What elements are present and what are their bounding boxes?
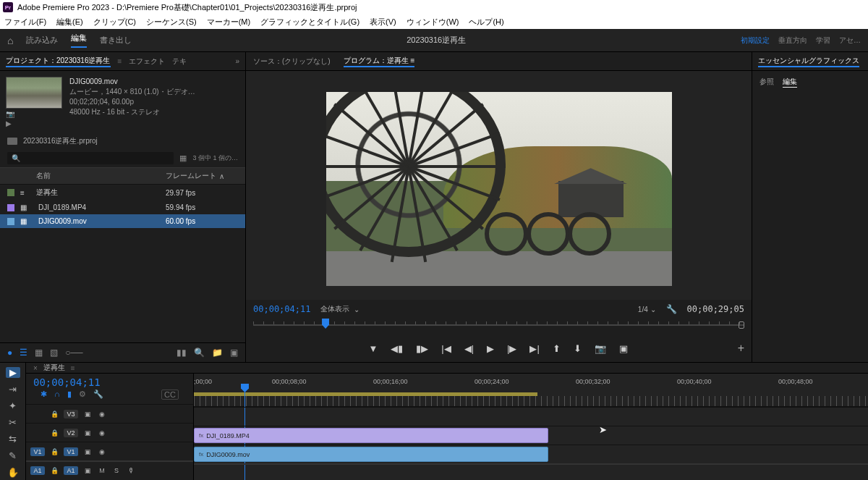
track-lane-v2[interactable]: fx DJI_0189.MP4 xyxy=(194,426,868,445)
source-patch[interactable]: V1 xyxy=(30,447,45,456)
workspace-assembly[interactable]: アセ… xyxy=(839,35,861,46)
new-bin-icon[interactable]: 📁 xyxy=(212,348,223,358)
menu-sequence[interactable]: シーケンス(S) xyxy=(146,17,197,28)
toggle-sync-icon[interactable]: ◉ xyxy=(97,429,107,437)
list-view-icon[interactable]: ☰ xyxy=(20,348,27,358)
zoom-dropdown[interactable]: 全体表示 ⌄ xyxy=(320,304,359,314)
search-input[interactable] xyxy=(7,152,174,164)
settings-icon[interactable]: 🔧 xyxy=(666,304,677,314)
menu-file[interactable]: ファイル(F) xyxy=(4,17,46,28)
toggle-output-icon[interactable]: ▣ xyxy=(82,429,93,437)
track-select-tool[interactable]: ⇥ xyxy=(6,384,20,395)
lift-button[interactable]: ⬆ xyxy=(553,343,561,354)
track-header-a1[interactable]: A1 🔒 A1 ▣ M S 🎙 xyxy=(26,460,193,479)
lock-icon[interactable]: 🔒 xyxy=(49,448,59,455)
time-ruler[interactable]: ;00;00 00;00;08;00 00;00;16;00 00;00;24;… xyxy=(194,374,868,407)
menu-edit[interactable]: 編集(E) xyxy=(56,17,83,28)
automate-icon[interactable]: ▮▮ xyxy=(176,348,187,358)
col-name[interactable]: 名前 xyxy=(7,171,166,181)
toggle-sync-icon[interactable]: ◉ xyxy=(97,448,107,455)
asset-row[interactable]: ▦ DJI_0189.MP4 59.94 fps xyxy=(0,201,245,214)
slip-tool[interactable]: ⇆ xyxy=(6,434,20,445)
solo-button[interactable]: S xyxy=(111,467,122,474)
menu-window[interactable]: ウィンドウ(W) xyxy=(407,17,459,28)
menu-view[interactable]: 表示(V) xyxy=(370,17,396,28)
menu-marker[interactable]: マーカー(M) xyxy=(207,17,251,28)
step-fwd-button[interactable]: |▶ xyxy=(507,343,516,354)
compare-view-button[interactable]: ▣ xyxy=(619,343,628,354)
toggle-output-icon[interactable]: ▣ xyxy=(82,448,93,455)
export-frame-button[interactable]: 📷 xyxy=(595,343,606,354)
pen-tool[interactable]: ✎ xyxy=(6,450,20,461)
button-editor-icon[interactable]: + xyxy=(738,342,744,355)
marker-icon[interactable]: ▮ xyxy=(67,390,72,400)
extract-button[interactable]: ⬇ xyxy=(574,343,582,354)
step-back-button[interactable]: ◀| xyxy=(464,343,474,354)
find-icon[interactable]: 🔍 xyxy=(194,348,205,358)
menu-graphics[interactable]: グラフィックとタイトル(G) xyxy=(260,17,359,28)
add-marker-button[interactable]: ▼ xyxy=(368,343,378,354)
timeline-canvas[interactable]: ;00;00 00;00;08;00 00;00;16;00 00;00;24;… xyxy=(194,374,868,480)
tab-text[interactable]: テキ xyxy=(172,56,187,67)
asset-row[interactable]: ≡ 逆再生 29.97 fps xyxy=(0,185,245,201)
lock-icon[interactable]: 🔒 xyxy=(49,410,59,418)
program-timecode-out[interactable]: 00;00;29;05 xyxy=(687,304,744,314)
new-item-icon[interactable]: ▣ xyxy=(230,348,238,358)
tab-essential-graphics[interactable]: エッセンシャルグラフィックス xyxy=(758,56,859,67)
settings-icon[interactable]: ⚙ xyxy=(79,390,86,400)
razor-tool[interactable]: ✂ xyxy=(6,417,20,428)
wrench-icon[interactable]: 🔧 xyxy=(93,390,103,400)
tab-export[interactable]: 書き出し xyxy=(100,35,132,46)
icon-view-icon[interactable]: ▦ xyxy=(35,348,43,358)
mark-in-button[interactable]: ◀▮ xyxy=(391,343,403,354)
lock-icon[interactable]: 🔒 xyxy=(49,429,59,437)
timeline-clip[interactable]: fx DJIG0009.mov xyxy=(194,447,548,462)
workspace-learn[interactable]: 学習 xyxy=(816,35,830,46)
home-icon[interactable]: ⌂ xyxy=(7,35,13,46)
go-to-in-button[interactable]: |◀ xyxy=(441,343,451,354)
track-lane-v3[interactable] xyxy=(194,407,868,426)
zoom-slider[interactable]: ○── xyxy=(65,348,82,358)
timeline-clip[interactable]: fx DJI_0189.MP4 xyxy=(194,428,548,443)
selection-tool[interactable]: ▶ xyxy=(6,367,20,378)
mute-icon[interactable]: ▣ xyxy=(82,467,93,474)
asset-row[interactable]: ▦ DJIG0009.mov 60.00 fps xyxy=(0,214,245,228)
ripple-edit-tool[interactable]: ✦ xyxy=(6,400,20,411)
menu-clip[interactable]: クリップ(C) xyxy=(93,17,136,28)
tab-effects[interactable]: エフェクト xyxy=(129,56,165,67)
track-header-v2[interactable]: 🔒 V2 ▣ ◉ xyxy=(26,423,193,442)
workspace-vertical[interactable]: 垂直方向 xyxy=(778,35,807,46)
play-button[interactable]: ▶ xyxy=(487,343,494,354)
lock-icon[interactable]: 🔒 xyxy=(49,467,59,474)
program-timecode-in[interactable]: 00;00;04;11 xyxy=(253,304,310,314)
source-patch[interactable]: A1 xyxy=(30,466,45,475)
panel-overflow-icon[interactable]: » xyxy=(235,57,239,65)
mark-out-button[interactable]: ▮▶ xyxy=(416,343,428,354)
track-header-v3[interactable]: 🔒 V3 ▣ ◉ xyxy=(26,404,193,423)
record-icon[interactable]: ● xyxy=(7,348,12,358)
snap-icon[interactable]: ✱ xyxy=(41,390,47,400)
timeline-timecode[interactable]: 00;00;04;11 xyxy=(33,376,186,388)
eg-edit-tab[interactable]: 編集 xyxy=(783,77,797,88)
play-icon[interactable]: ▶ xyxy=(6,119,62,127)
toggle-sync-icon[interactable]: ◉ xyxy=(97,410,107,418)
tab-edit[interactable]: 編集 xyxy=(71,33,87,48)
close-sequence-icon[interactable]: × xyxy=(33,364,38,372)
tab-source[interactable]: ソース：(クリップなし) xyxy=(253,56,331,67)
voice-over-icon[interactable]: 🎙 xyxy=(126,467,136,474)
mute-button[interactable]: M xyxy=(97,467,107,474)
program-scrubber[interactable] xyxy=(253,319,744,332)
hand-tool[interactable]: ✋ xyxy=(6,467,20,478)
track-lane-a1[interactable] xyxy=(194,463,868,480)
sequence-tab[interactable]: 逆再生 xyxy=(43,363,65,373)
tab-import[interactable]: 読み込み xyxy=(26,35,58,46)
playhead-icon[interactable] xyxy=(322,319,329,329)
menu-help[interactable]: ヘルプ(H) xyxy=(469,17,503,28)
workspace-default[interactable]: 初期設定 xyxy=(741,35,770,46)
track-lane-v1[interactable]: fx DJIG0009.mov xyxy=(194,445,868,463)
track-header-v1[interactable]: V1 🔒 V1 ▣ ◉ xyxy=(26,442,193,460)
tab-program[interactable]: プログラム：逆再生 ≡ xyxy=(344,56,415,67)
toggle-output-icon[interactable]: ▣ xyxy=(82,410,93,418)
captions-toggle[interactable]: CC xyxy=(161,390,179,400)
filter-icon[interactable]: ▦ xyxy=(179,153,187,163)
